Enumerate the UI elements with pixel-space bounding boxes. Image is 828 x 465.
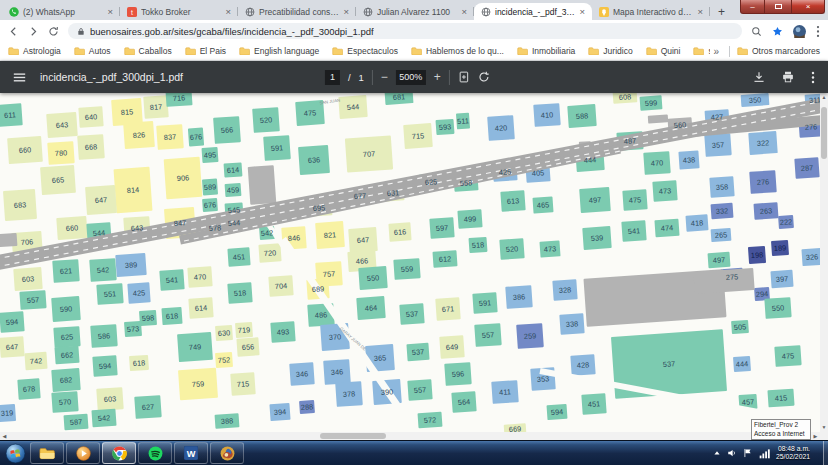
browser-menu-icon[interactable] — [816, 25, 820, 38]
zoom-out-button[interactable]: − — [381, 70, 388, 84]
other-bookmarks-button[interactable]: Otros marcadores — [737, 46, 820, 56]
back-icon[interactable] — [8, 26, 19, 37]
map-block-label: 550 — [367, 273, 380, 283]
map-block-label: 557 — [27, 295, 40, 305]
horizontal-scroll-thumb[interactable] — [320, 433, 386, 439]
map-block-label: 438 — [683, 155, 696, 165]
tab-title: Tokko Broker — [141, 7, 221, 17]
map-block-label: 370 — [329, 332, 342, 342]
vertical-scrollbar[interactable]: ▲ ▼ — [820, 93, 828, 432]
taskbar-app-chrome[interactable] — [102, 442, 136, 464]
address-bar[interactable]: buenosaires.gob.ar/sites/gcaba/files/inc… — [68, 23, 742, 39]
map-block — [0, 233, 17, 247]
map-block-label: 520 — [260, 115, 273, 125]
map-block-label: 518 — [472, 240, 485, 250]
tab-close-icon[interactable]: × — [697, 7, 703, 17]
bookmark-item[interactable]: series — [693, 46, 710, 56]
new-tab-button[interactable]: + — [713, 3, 730, 20]
action-center-flag-icon[interactable] — [743, 448, 753, 458]
map-block-label: 614 — [195, 303, 208, 313]
taskbar-app-paint[interactable] — [210, 442, 244, 464]
bookmark-star-icon[interactable] — [772, 26, 783, 37]
zoom-in-button[interactable]: + — [434, 70, 441, 84]
bookmark-item[interactable]: English language — [239, 46, 319, 56]
download-icon[interactable] — [753, 71, 765, 83]
bookmark-item[interactable]: El Pais — [185, 46, 226, 56]
taskbar-clock[interactable]: 08:48 a.m. 25/02/2021 — [776, 445, 810, 462]
map-block-label: 847 — [174, 218, 187, 228]
explorer-icon — [39, 447, 55, 460]
scroll-left-arrow[interactable]: ◀ — [0, 432, 9, 440]
bookmark-item[interactable]: Caballos — [124, 46, 172, 56]
map-block-label: 497 — [713, 255, 726, 265]
browser-tab[interactable]: Precatibilidad construc× — [238, 3, 356, 20]
bookmark-item[interactable]: Inmobiliaria — [517, 46, 575, 56]
scroll-down-arrow[interactable]: ▼ — [820, 423, 828, 432]
taskbar-app-spotify[interactable] — [138, 442, 172, 464]
scroll-right-arrow[interactable]: ▶ — [811, 432, 820, 440]
hidden-icons-arrow-icon[interactable] — [713, 449, 721, 457]
map-block-label: 541 — [166, 275, 179, 285]
map-block-label: 647 — [95, 195, 108, 205]
tab-close-icon[interactable]: × — [579, 7, 585, 17]
map-block-label: 649 — [446, 342, 459, 352]
map-block-label: 625 — [425, 177, 438, 187]
scroll-up-arrow[interactable]: ▲ — [820, 93, 828, 102]
zoom-lens-icon[interactable] — [751, 26, 762, 37]
taskbar-app-media-player[interactable] — [66, 442, 100, 464]
map-block-label: 742 — [30, 356, 43, 366]
map-block-label: 586 — [98, 331, 111, 341]
map-block-label: 589 — [204, 182, 217, 192]
minimize-button[interactable]: – — [740, 0, 765, 14]
print-icon[interactable] — [782, 71, 794, 83]
pdf-map-canvas[interactable]: 6116436408158177165206607806688268376765… — [0, 93, 828, 440]
page-separator: / — [348, 72, 351, 83]
map-block-label: 704 — [275, 281, 288, 291]
pdf-menu-icon[interactable] — [13, 71, 26, 84]
vertical-scroll-thumb[interactable] — [821, 107, 827, 159]
map-block-label: 716 — [173, 93, 186, 103]
taskbar-app-explorer[interactable] — [30, 442, 64, 464]
browser-tab[interactable]: incidencia_-_pdf_300dp× — [474, 3, 592, 20]
horizontal-scrollbar[interactable]: ◀ ▶ — [0, 432, 820, 440]
map-block-label: 505 — [734, 322, 747, 332]
profile-avatar[interactable] — [793, 25, 806, 38]
show-desktop-button[interactable] — [823, 441, 828, 465]
zoom-level-input[interactable]: 500% — [396, 70, 426, 85]
tab-close-icon[interactable]: × — [461, 7, 467, 17]
tab-title: (2) WhatsApp — [23, 7, 103, 17]
folder-icon — [693, 47, 704, 56]
forward-icon[interactable] — [28, 26, 39, 37]
bookmark-item[interactable]: Astrologia — [8, 46, 61, 56]
window-controls: – × — [740, 0, 825, 14]
bookmark-item[interactable]: Hablemos de lo qu... — [411, 46, 504, 56]
maximize-button[interactable] — [765, 0, 791, 14]
browser-tab[interactable]: Julian Alvarez 1100× — [356, 3, 474, 20]
browser-tab[interactable]: tTokko Broker× — [120, 3, 238, 20]
browser-tab[interactable]: (2) WhatsApp× — [2, 3, 120, 20]
page-number-input[interactable]: 1 — [325, 70, 340, 85]
volume-icon[interactable] — [727, 448, 737, 458]
folder-icon — [74, 47, 85, 56]
start-button[interactable] — [3, 441, 28, 465]
bookmark-item[interactable]: Espectaculos — [332, 46, 398, 56]
tab-close-icon[interactable]: × — [343, 7, 349, 17]
map-block-label: 365 — [374, 353, 387, 363]
bookmark-item[interactable]: Juridico — [588, 46, 632, 56]
bookmark-item[interactable]: Quini — [646, 46, 681, 56]
taskbar-app-word[interactable]: W — [174, 442, 208, 464]
globe-icon — [481, 7, 491, 17]
network-signal-icon[interactable] — [759, 448, 770, 459]
fit-page-icon[interactable] — [458, 71, 470, 83]
map-block-label: 560 — [674, 120, 687, 130]
bookmarks-overflow-chevron[interactable]: » — [710, 46, 722, 57]
browser-tab[interactable]: Mapa Interactivo de Bu× — [592, 3, 710, 20]
reload-icon[interactable] — [48, 26, 59, 37]
tab-close-icon[interactable]: × — [225, 7, 231, 17]
pdf-more-icon[interactable] — [811, 71, 815, 84]
close-button[interactable]: × — [791, 0, 825, 14]
bookmark-label: Espectaculos — [347, 46, 398, 56]
rotate-icon[interactable] — [478, 71, 490, 83]
tab-close-icon[interactable]: × — [107, 7, 113, 17]
bookmark-item[interactable]: Autos — [74, 46, 111, 56]
